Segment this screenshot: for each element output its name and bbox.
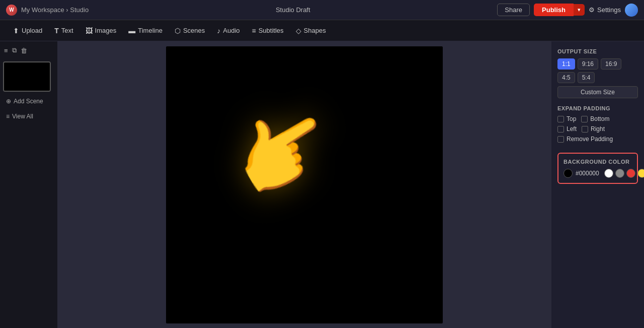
- scene-copy-button[interactable]: ⧉: [11, 45, 18, 55]
- toolbar-text[interactable]: T Text: [49, 24, 78, 37]
- padding-right-label[interactable]: Right: [582, 125, 605, 133]
- toolbar-shapes[interactable]: ◇ Shapes: [291, 24, 331, 37]
- padding-right-checkbox[interactable]: [582, 126, 588, 133]
- upload-icon: ⬆: [13, 27, 19, 35]
- custom-size-button[interactable]: Custom Size: [557, 86, 638, 98]
- shapes-label: Shapes: [304, 27, 326, 34]
- publish-chevron-button[interactable]: ▾: [574, 4, 585, 16]
- workspace-link[interactable]: My Workspace: [21, 6, 64, 14]
- expand-padding-section: EXPAND PADDING Top Bottom Left R: [557, 105, 638, 146]
- padding-top-label[interactable]: Top: [557, 115, 576, 122]
- output-size-section: OUTPUT SIZE 1:1 9:16 16:9 4:5 5:4 Custom…: [557, 48, 638, 98]
- padding-bottom-text: Bottom: [590, 115, 609, 122]
- padding-right-text: Right: [591, 125, 605, 133]
- swatch-gray[interactable]: [615, 169, 624, 178]
- images-icon: 🖼: [86, 27, 93, 35]
- view-all-label: View All: [12, 113, 33, 120]
- padding-bottom-checkbox[interactable]: [581, 116, 588, 122]
- toolbar-audio[interactable]: ♪ Audio: [212, 24, 245, 37]
- add-scene-button[interactable]: ⊕ Add Scene: [3, 96, 54, 107]
- view-all-icon: ≡: [6, 113, 10, 120]
- toolbar-scenes[interactable]: ⬡ Scenes: [170, 24, 210, 37]
- right-panel: OUTPUT SIZE 1:1 9:16 16:9 4:5 5:4 Custom…: [551, 41, 644, 328]
- subtitles-label: Subtitles: [259, 27, 284, 34]
- toolbar: ⬆ Upload T Text 🖼 Images ▬ Timeline ⬡ Sc…: [0, 20, 644, 41]
- studio-link[interactable]: Studio: [70, 6, 89, 14]
- bg-color-title: BACKGROUND COLOR: [564, 159, 632, 165]
- padding-bottom-label[interactable]: Bottom: [581, 115, 609, 122]
- remove-padding-label[interactable]: Remove Padding: [557, 136, 613, 143]
- background-color-section: BACKGROUND COLOR #000000: [557, 153, 638, 184]
- swatch-white[interactable]: [604, 169, 613, 178]
- padding-row-3: Remove Padding: [557, 136, 638, 143]
- size-1-1-button[interactable]: 1:1: [557, 58, 575, 70]
- main-area: ≡ ⧉ 🗑 ⊕ Add Scene ≡ View All 👉 OUTPUT SI…: [0, 41, 644, 328]
- toolbar-subtitles[interactable]: ≡ Subtitles: [247, 24, 289, 37]
- color-hex-value: #000000: [576, 170, 599, 177]
- size-16-9-button[interactable]: 16:9: [601, 58, 621, 70]
- scene-controls: ≡ ⧉ 🗑: [3, 45, 54, 55]
- color-swatches: [604, 169, 644, 178]
- size-5-4-button[interactable]: 5:4: [578, 72, 595, 83]
- sidebar: ≡ ⧉ 🗑 ⊕ Add Scene ≡ View All: [0, 41, 58, 328]
- breadcrumb: My Workspace › Studio: [21, 6, 89, 14]
- settings-label: Settings: [597, 6, 621, 14]
- padding-top-checkbox[interactable]: [557, 116, 564, 122]
- toolbar-images[interactable]: 🖼 Images: [80, 24, 122, 37]
- size-9-16-button[interactable]: 9:16: [578, 58, 598, 70]
- scenes-icon: ⬡: [175, 27, 181, 35]
- top-bar-left: W My Workspace › Studio: [6, 5, 89, 16]
- size-buttons: 1:1 9:16 16:9 4:5 5:4: [557, 58, 638, 83]
- workspace-logo: W: [6, 5, 17, 16]
- padding-left-text: Left: [567, 125, 577, 133]
- subtitles-icon: ≡: [252, 27, 256, 35]
- top-bar-right: Share Publish ▾ ⚙ Settings: [497, 4, 638, 17]
- toolbar-timeline[interactable]: ▬ Timeline: [123, 24, 168, 37]
- remove-padding-checkbox[interactable]: [557, 136, 564, 143]
- images-label: Images: [95, 27, 117, 34]
- share-button[interactable]: Share: [497, 4, 530, 16]
- upload-label: Upload: [22, 27, 42, 34]
- add-icon: ⊕: [6, 98, 11, 105]
- swatch-red[interactable]: [626, 169, 635, 178]
- padding-top-text: Top: [567, 115, 576, 122]
- padding-row-1: Top Bottom: [557, 115, 638, 122]
- text-label: Text: [61, 27, 73, 34]
- top-bar: W My Workspace › Studio Studio Draft Sha…: [0, 0, 644, 20]
- canvas-area: 👉: [58, 41, 551, 328]
- padding-row-2: Left Right: [557, 125, 638, 133]
- remove-padding-text: Remove Padding: [567, 136, 613, 143]
- padding-left-label[interactable]: Left: [557, 125, 577, 133]
- publish-button[interactable]: Publish: [534, 4, 574, 16]
- scene-thumbnail: [4, 62, 50, 91]
- timeline-icon: ▬: [128, 27, 135, 35]
- settings-button[interactable]: ⚙ Settings: [589, 6, 621, 14]
- toolbar-upload[interactable]: ⬆ Upload: [8, 24, 47, 37]
- active-color-swatch[interactable]: [564, 169, 573, 178]
- scene-delete-button[interactable]: 🗑: [20, 45, 28, 55]
- canvas-wrapper: 👉: [166, 46, 443, 323]
- audio-icon: ♪: [217, 27, 220, 35]
- view-all-button[interactable]: ≡ View All: [3, 111, 54, 122]
- swatch-yellow[interactable]: [637, 169, 644, 178]
- add-scene-label: Add Scene: [14, 98, 43, 105]
- padding-left-checkbox[interactable]: [557, 126, 564, 133]
- scene-list-icon[interactable]: ≡: [3, 45, 9, 55]
- shapes-icon: ◇: [296, 27, 301, 35]
- studio-draft-label: Studio Draft: [276, 6, 310, 14]
- scene-card[interactable]: [3, 61, 51, 92]
- hand-pointing-emoji: 👉: [218, 91, 346, 212]
- gear-icon: ⚙: [589, 6, 595, 14]
- color-row: #000000: [564, 169, 632, 178]
- avatar: [625, 4, 638, 17]
- expand-padding-title: EXPAND PADDING: [557, 105, 638, 111]
- canvas[interactable]: 👉: [166, 46, 443, 323]
- audio-label: Audio: [223, 27, 239, 34]
- timeline-label: Timeline: [138, 27, 163, 34]
- publish-btn-group: Publish ▾: [534, 4, 585, 16]
- text-icon: T: [54, 27, 59, 35]
- output-size-title: OUTPUT SIZE: [557, 48, 638, 54]
- scenes-label: Scenes: [183, 27, 205, 34]
- size-4-5-button[interactable]: 4:5: [557, 72, 575, 83]
